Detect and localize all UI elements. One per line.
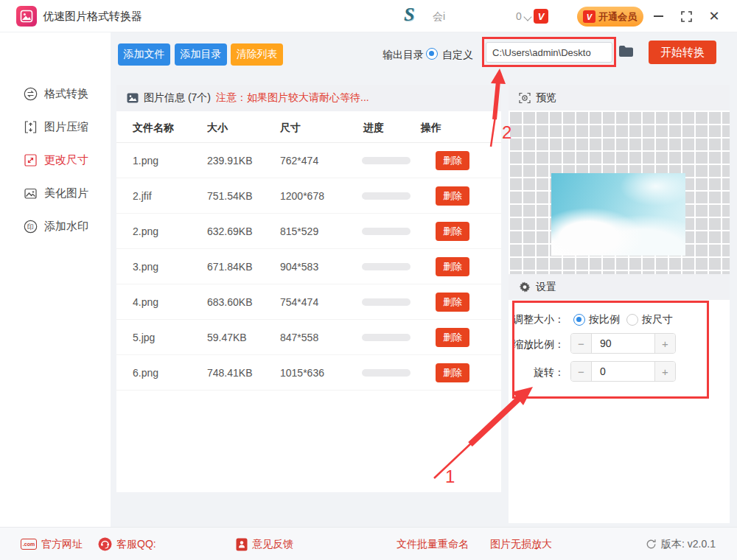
file-name: 5.jpg <box>133 332 155 343</box>
delete-button[interactable]: 删除 <box>436 151 469 170</box>
file-size: 683.60KB <box>207 296 253 308</box>
rotate-plus-button[interactable]: + <box>654 362 675 381</box>
start-convert-button[interactable]: 开始转换 <box>649 41 716 64</box>
file-name: 4.png <box>133 296 158 308</box>
file-size: 239.91KB <box>207 155 253 167</box>
file-name: 2.jfif <box>133 190 152 202</box>
sidebar-item-resize[interactable]: 更改尺寸 <box>0 144 111 176</box>
scale-stepper: − 90 + <box>570 333 676 354</box>
table-row: 3.png 671.84KB 904*583 删除 <box>116 249 501 284</box>
scale-row: 缩放比例： − 90 + <box>509 333 730 354</box>
close-button[interactable]: ✕ <box>705 0 724 32</box>
col-progress: 进度 <box>363 122 384 135</box>
file-dimensions: 762*474 <box>280 155 318 167</box>
resize-mode-row: 调整大小： 按比例 按尺寸 <box>509 313 730 328</box>
scale-minus-button[interactable]: − <box>571 334 592 353</box>
col-file-name: 文件名称 <box>133 122 174 135</box>
preview-image <box>551 173 685 256</box>
table-row: 4.png 683.60KB 754*474 删除 <box>116 284 501 320</box>
by-size-radio[interactable] <box>626 314 638 326</box>
lossless-zoom-link[interactable]: 图片无损放大 <box>490 528 552 560</box>
file-dimensions: 1200*678 <box>280 190 324 202</box>
feedback-label: 意见反馈 <box>252 538 293 551</box>
scale-label: 缩放比例： <box>511 338 565 351</box>
rotate-minus-button[interactable]: − <box>571 362 592 381</box>
delete-button[interactable]: 删除 <box>436 363 469 382</box>
progress-bar <box>362 157 411 164</box>
add-files-button[interactable]: 添加文件 <box>118 43 170 66</box>
partner-text: 会i <box>433 10 445 24</box>
file-size: 751.54KB <box>207 190 253 202</box>
maximize-button[interactable] <box>677 0 696 32</box>
sidebar-item-label: 添加水印 <box>44 220 88 234</box>
delete-button[interactable]: 删除 <box>436 186 469 206</box>
svg-text:印: 印 <box>27 223 34 231</box>
version-info: 版本: v2.0.1 <box>646 528 716 560</box>
sidebar-item-watermark[interactable]: 印 添加水印 <box>0 210 111 242</box>
customer-service-label: 客服QQ: <box>116 538 156 551</box>
by-size-label: 按尺寸 <box>642 313 673 326</box>
app-title: 优速图片格式转换器 <box>43 0 142 32</box>
file-name: 6.png <box>133 367 158 379</box>
sidebar-item-label: 图片压缩 <box>44 120 88 134</box>
delete-button[interactable]: 删除 <box>436 328 469 347</box>
customer-service-link[interactable]: 客服QQ: <box>98 528 156 560</box>
output-custom-radio[interactable] <box>426 48 438 60</box>
sidebar-item-compress[interactable]: 图片压缩 <box>0 111 111 143</box>
beautify-icon <box>24 186 38 200</box>
image-info-icon <box>127 93 139 103</box>
table-header: 文件名称 大小 尺寸 进度 操作 <box>116 111 501 143</box>
folder-icon <box>618 45 634 57</box>
table-body: 1.png 239.91KB 762*474 删除 2.jfif 751.54K… <box>116 143 501 391</box>
chevron-down-icon[interactable] <box>523 13 531 21</box>
output-path-input[interactable] <box>486 42 612 63</box>
file-dimensions: 904*583 <box>280 261 318 273</box>
feedback-icon <box>236 538 248 551</box>
minimize-button[interactable] <box>649 0 668 32</box>
vip-icon[interactable]: V <box>534 9 548 24</box>
add-folder-button[interactable]: 添加目录 <box>175 43 227 66</box>
file-name: 1.png <box>133 155 158 167</box>
minimize-icon <box>654 15 663 17</box>
rotate-value[interactable]: 0 <box>592 362 654 381</box>
scale-value[interactable]: 90 <box>592 334 654 353</box>
sidebar-item-format-convert[interactable]: 格式转换 <box>0 77 111 110</box>
clear-list-button[interactable]: 清除列表 <box>231 43 283 66</box>
gear-icon <box>519 281 531 293</box>
progress-bar <box>362 334 411 341</box>
delete-button[interactable]: 删除 <box>436 257 469 276</box>
sidebar: 格式转换 图片压缩 更改尺寸 美化图片 印 添加水印 <box>0 32 111 527</box>
file-size: 671.84KB <box>207 261 253 273</box>
scale-plus-button[interactable]: + <box>654 334 675 353</box>
open-vip-label: 开通会员 <box>598 10 637 24</box>
col-operation: 操作 <box>421 122 441 135</box>
delete-button[interactable]: 删除 <box>436 222 469 241</box>
update-icon <box>646 539 657 550</box>
delete-button[interactable]: 删除 <box>436 293 469 312</box>
table-row: 5.jpg 59.47KB 847*558 删除 <box>116 320 501 355</box>
output-custom-label: 自定义 <box>442 49 473 62</box>
batch-rename-link[interactable]: 文件批量重命名 <box>397 528 469 560</box>
rotate-stepper: − 0 + <box>570 361 676 382</box>
by-ratio-label: 按比例 <box>589 313 620 326</box>
file-name: 3.png <box>133 261 158 273</box>
col-size: 大小 <box>207 122 228 135</box>
official-website-link[interactable]: .com 官方网址 <box>21 528 83 560</box>
file-dimensions: 1015*636 <box>280 367 324 379</box>
open-vip-button[interactable]: V 开通会员 <box>577 7 643 27</box>
partner-logo-icon: S <box>404 4 414 26</box>
resize-icon <box>24 153 38 167</box>
progress-bar <box>362 263 411 270</box>
feedback-link[interactable]: 意见反馈 <box>236 528 293 560</box>
table-row: 1.png 239.91KB 762*474 删除 <box>116 143 501 178</box>
col-dimensions: 尺寸 <box>280 122 301 135</box>
by-ratio-radio[interactable] <box>573 314 585 326</box>
file-panel-header: 图片信息 (7个) 注意：如果图片较大请耐心等待... <box>116 85 501 111</box>
file-panel-title: 图片信息 (7个) <box>144 91 211 105</box>
file-dimensions: 815*529 <box>280 225 318 237</box>
browse-folder-button[interactable] <box>618 45 634 60</box>
close-icon: ✕ <box>708 10 719 23</box>
table-row: 2.png 632.69KB 815*529 删除 <box>116 214 501 249</box>
sidebar-item-beautify[interactable]: 美化图片 <box>0 177 111 209</box>
rotate-label: 旋转： <box>511 366 565 379</box>
